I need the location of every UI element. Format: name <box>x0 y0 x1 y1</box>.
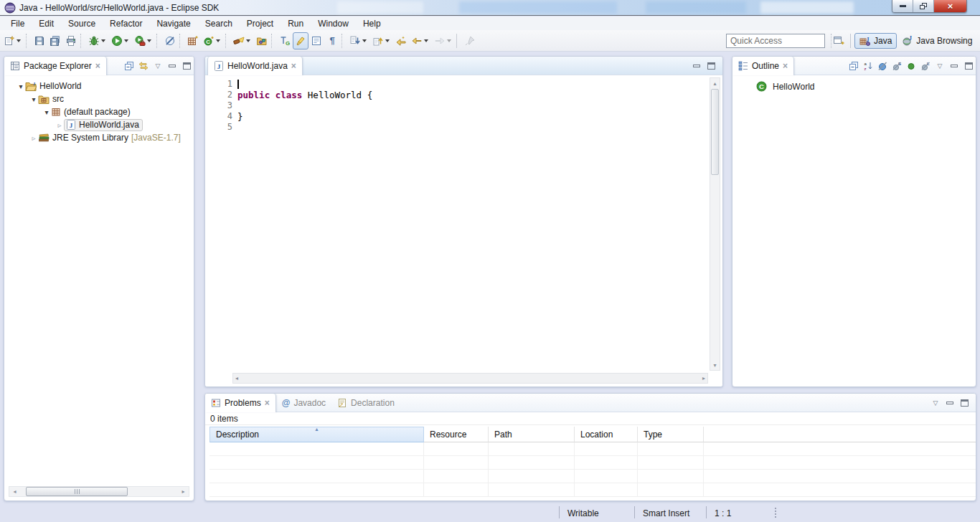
last-edit-location-button[interactable] <box>393 32 409 49</box>
new-java-project-button[interactable] <box>185 32 201 49</box>
maximize-view-button[interactable] <box>704 58 718 74</box>
code-line-5[interactable] <box>237 122 708 133</box>
column-header-path[interactable]: Path <box>489 427 575 442</box>
forward-button[interactable] <box>432 32 455 49</box>
column-header-location[interactable]: Location <box>575 427 638 442</box>
menu-item-window[interactable]: Window <box>311 17 356 30</box>
column-header-resource[interactable]: Resource <box>424 427 489 442</box>
line-number-ruler[interactable]: 1 2 3 4 5 <box>217 79 232 133</box>
code-editor[interactable]: 1 2 3 4 5 public class HelloWorld { } ▴ … <box>205 76 722 386</box>
tab-javadoc[interactable]: @ Javadoc <box>276 394 331 412</box>
tree-item-src[interactable]: ▾ src <box>4 92 194 105</box>
menu-item-source[interactable]: Source <box>61 17 103 30</box>
dropdown-arrow-icon[interactable] <box>17 39 21 42</box>
menu-item-refactor[interactable]: Refactor <box>103 17 149 30</box>
minimize-view-button[interactable] <box>165 58 179 74</box>
maximize-view-button[interactable] <box>957 395 971 411</box>
editor-vscrollbar[interactable]: ▴ ▾ <box>710 77 720 371</box>
external-tools-button[interactable] <box>132 32 155 49</box>
tree-item-helloworld-project[interactable]: ▾ J HelloWorld <box>4 80 194 92</box>
expander-icon[interactable]: ▹ <box>29 134 38 142</box>
expander-icon[interactable]: ▾ <box>42 108 51 116</box>
menu-item-edit[interactable]: Edit <box>32 17 61 30</box>
scroll-right-icon[interactable]: ▸ <box>702 375 705 381</box>
perspective-java-button[interactable]: J Java <box>854 33 897 49</box>
java-search-button[interactable] <box>231 32 254 49</box>
tab-package-explorer[interactable]: Package Explorer × <box>4 57 107 75</box>
view-menu-button[interactable]: ▽ <box>928 395 943 411</box>
outline-item-helloworld[interactable]: C HelloWorld <box>756 81 976 92</box>
editor-hscrollbar[interactable]: ◂ ▸ <box>232 373 708 384</box>
dropdown-arrow-icon[interactable] <box>424 39 428 42</box>
save-button[interactable] <box>32 32 47 49</box>
link-with-editor-button[interactable] <box>136 58 151 74</box>
minimize-button[interactable] <box>892 0 913 12</box>
dropdown-arrow-icon[interactable] <box>124 39 128 42</box>
dropdown-arrow-icon[interactable] <box>216 39 220 42</box>
tab-outline[interactable]: Outline × <box>732 57 794 75</box>
column-header-description[interactable]: ▲ Description <box>209 427 424 442</box>
show-whitespace-toggle[interactable]: ¶ <box>324 32 340 49</box>
dropdown-arrow-icon[interactable] <box>147 39 151 42</box>
expander-icon[interactable]: ▾ <box>17 82 25 90</box>
run-button[interactable] <box>109 32 132 49</box>
expander-icon[interactable]: ▹ <box>55 121 64 129</box>
tree-item-helloworld-java[interactable]: ▹ J HelloWorld.java <box>4 118 194 131</box>
close-tab-icon[interactable]: × <box>291 62 296 70</box>
minimize-view-button[interactable] <box>947 58 961 74</box>
tree-item-default-package[interactable]: ▾ (default package) <box>4 105 194 118</box>
skip-breakpoints-button[interactable] <box>162 32 178 49</box>
close-tab-icon[interactable]: × <box>95 62 100 70</box>
hide-static-members-button[interactable]: S <box>890 58 904 74</box>
close-button[interactable]: × <box>934 0 966 12</box>
print-button[interactable] <box>63 32 79 49</box>
expander-icon[interactable]: ▾ <box>29 95 38 103</box>
tab-declaration[interactable]: Declaration <box>331 394 400 412</box>
code-line-3[interactable] <box>237 100 708 111</box>
debug-button[interactable] <box>86 32 109 49</box>
scroll-down-icon[interactable]: ▾ <box>710 360 720 370</box>
previous-annotation-button[interactable] <box>370 32 393 49</box>
show-source-button[interactable] <box>308 32 324 49</box>
scrollbar-thumb[interactable] <box>711 89 719 175</box>
annotation-ruler[interactable] <box>205 76 217 371</box>
view-menu-button[interactable]: ▽ <box>933 58 947 74</box>
dropdown-arrow-icon[interactable] <box>101 39 105 42</box>
dropdown-arrow-icon[interactable] <box>447 39 451 42</box>
next-annotation-button[interactable] <box>347 32 370 49</box>
hide-local-types-button[interactable]: L <box>918 58 933 74</box>
menu-item-run[interactable]: Run <box>281 17 311 30</box>
restore-button[interactable] <box>913 0 934 12</box>
sort-button[interactable]: az <box>861 58 875 74</box>
externalize-strings-button[interactable]: G <box>277 32 293 49</box>
menu-item-project[interactable]: Project <box>240 17 281 30</box>
dropdown-arrow-icon[interactable] <box>246 39 250 42</box>
minimize-view-button[interactable] <box>689 58 704 74</box>
hide-non-public-button[interactable] <box>904 58 918 74</box>
menu-item-file[interactable]: File <box>4 17 32 30</box>
pin-editor-toggle[interactable] <box>462 32 478 49</box>
scroll-left-icon[interactable]: ◂ <box>235 375 238 381</box>
tab-problems[interactable]: Problems × <box>205 394 276 412</box>
perspective-java-browsing-button[interactable]: J Java Browsing <box>897 33 977 49</box>
minimize-view-button[interactable] <box>943 395 957 411</box>
code-line-2[interactable]: public class HelloWorld { <box>237 90 708 100</box>
tab-helloworld-java[interactable]: J HelloWorld.java × <box>207 57 303 75</box>
open-type-button[interactable] <box>254 32 270 49</box>
open-perspective-button[interactable] <box>831 32 847 49</box>
quick-access-input[interactable] <box>726 34 825 48</box>
back-button[interactable] <box>409 32 432 49</box>
scroll-right-icon[interactable]: ▸ <box>178 488 189 495</box>
package-explorer-hscrollbar[interactable]: ◂ ▸ <box>9 486 189 497</box>
maximize-view-button[interactable] <box>961 58 976 74</box>
close-tab-icon[interactable]: × <box>783 62 788 70</box>
collapse-all-button[interactable] <box>122 58 136 74</box>
dropdown-arrow-icon[interactable] <box>362 39 367 42</box>
code-line-4[interactable]: } <box>237 111 708 122</box>
code-line-1[interactable] <box>237 79 708 90</box>
scroll-up-icon[interactable]: ▴ <box>710 78 720 88</box>
scrollbar-thumb[interactable] <box>26 487 128 496</box>
save-all-button[interactable] <box>47 32 63 49</box>
maximize-view-button[interactable] <box>179 58 194 74</box>
tree-item-jre-system-library[interactable]: ▹ JRE System Library [JavaSE-1.7] <box>4 131 194 144</box>
